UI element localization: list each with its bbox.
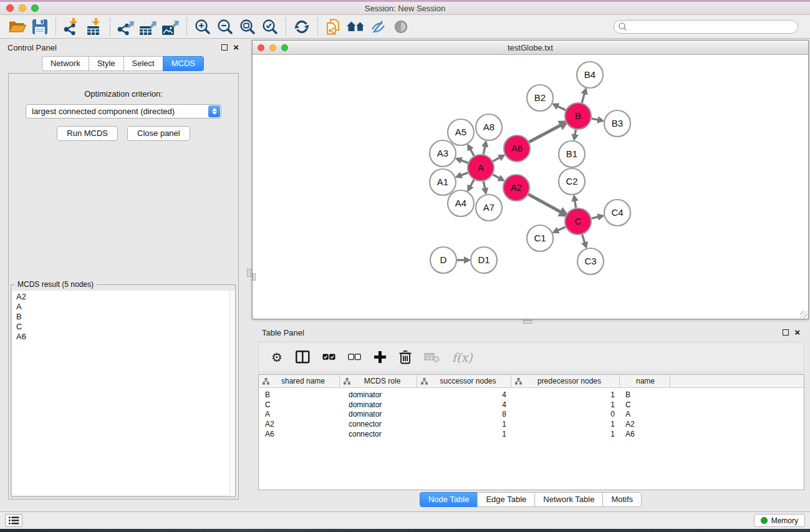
search-input[interactable]	[628, 21, 798, 32]
graph-node-A1[interactable]: A1	[430, 169, 456, 195]
graph-node-B1[interactable]: B1	[559, 141, 585, 167]
select-all-rows-icon[interactable]	[322, 349, 335, 365]
table-cell[interactable]: 1	[511, 400, 620, 410]
open-file-icon[interactable]	[6, 17, 29, 37]
tab-node-table[interactable]: Node Table	[420, 492, 478, 507]
result-item[interactable]: B	[12, 312, 234, 322]
zoom-in-icon[interactable]	[191, 17, 214, 37]
table-cell[interactable]: connector	[340, 420, 417, 430]
result-item[interactable]: A	[12, 302, 234, 312]
network-window-titlebar[interactable]: testGlobe.txt	[253, 41, 808, 55]
graph-node-A5[interactable]: A5	[448, 119, 474, 145]
graph-edge[interactable]	[528, 195, 561, 213]
tab-motifs[interactable]: Motifs	[602, 492, 642, 507]
table-cell[interactable]: 1	[511, 430, 620, 440]
table-row[interactable]: Bdominator41B	[259, 390, 804, 400]
graph-node-B4[interactable]: B4	[577, 62, 603, 88]
table-cell[interactable]: A2	[259, 420, 340, 430]
tab-edge-table[interactable]: Edge Table	[477, 492, 535, 507]
zoom-out-icon[interactable]	[214, 17, 236, 37]
vertical-splitter-grip[interactable]	[247, 269, 251, 277]
graph-edge[interactable]	[461, 173, 468, 175]
graph-node-A7[interactable]: A7	[476, 195, 502, 221]
graph-node-D[interactable]: D	[430, 247, 456, 273]
graph-node-B3[interactable]: B3	[604, 110, 630, 137]
import-table-icon[interactable]	[83, 17, 105, 37]
close-table-panel-icon[interactable]: ×	[794, 329, 800, 336]
search-box[interactable]	[614, 20, 798, 34]
canvas-edge-grip[interactable]	[253, 273, 256, 281]
window-resize-grip[interactable]	[800, 311, 808, 318]
float-table-panel-icon[interactable]	[783, 329, 789, 336]
show-columns-icon[interactable]	[296, 349, 310, 365]
criterion-select[interactable]: largest connected component (directed)	[26, 104, 221, 118]
graph-edge[interactable]	[575, 201, 576, 208]
graph-edge[interactable]	[529, 125, 561, 142]
run-mcds-button[interactable]: Run MCDS	[57, 126, 118, 141]
graph-node-C[interactable]: C	[565, 208, 591, 235]
horizontal-splitter-grip[interactable]	[523, 320, 532, 324]
table-cell[interactable]: A6	[259, 430, 340, 440]
table-cell[interactable]: 1	[511, 420, 620, 430]
table-settings-icon[interactable]: ⚙	[270, 349, 284, 365]
zoom-fit-icon[interactable]	[236, 17, 259, 37]
tab-mcds[interactable]: MCDS	[163, 56, 204, 71]
table-cell[interactable]: dominator	[340, 390, 417, 400]
graph-node-A3[interactable]: A3	[430, 140, 456, 167]
tab-network-table[interactable]: Network Table	[534, 492, 603, 507]
graph-edge[interactable]	[557, 227, 566, 231]
delete-column-icon[interactable]	[398, 349, 412, 365]
table-cell[interactable]: 4	[417, 390, 511, 400]
graph-node-C2[interactable]: C2	[559, 168, 585, 195]
close-panel-button[interactable]: Close panel	[127, 126, 190, 141]
table-cell[interactable]: 4	[417, 400, 511, 410]
result-item[interactable]: A6	[12, 332, 234, 342]
table-cell[interactable]: 0	[511, 410, 620, 420]
graph-node-C4[interactable]: C4	[604, 200, 630, 226]
graph-edge[interactable]	[557, 106, 566, 110]
graph-edge[interactable]	[483, 181, 485, 189]
graph-edge[interactable]	[582, 235, 585, 243]
table-cell[interactable]: dominator	[340, 400, 417, 410]
memory-button[interactable]: Memory	[754, 514, 805, 527]
import-network-icon[interactable]	[60, 17, 83, 37]
graph-node-A6[interactable]: A6	[504, 135, 530, 162]
graph-node-B2[interactable]: B2	[527, 85, 553, 111]
graph-node-A4[interactable]: A4	[448, 190, 474, 216]
column-header-successor-nodes[interactable]: successor nodes	[417, 375, 511, 387]
tab-style[interactable]: Style	[89, 56, 124, 71]
new-network-from-selection-icon[interactable]	[322, 17, 345, 37]
show-all-icon[interactable]	[390, 17, 412, 37]
table-cell[interactable]: 1	[417, 430, 511, 440]
table-cell[interactable]: B	[259, 390, 340, 400]
graph-node-A[interactable]: A	[468, 155, 494, 181]
column-header-mcds-role[interactable]: MCDS role	[340, 375, 417, 387]
zoom-selected-icon[interactable]	[259, 17, 281, 37]
table-cell[interactable]: A	[620, 410, 670, 420]
table-cell[interactable]: 1	[511, 390, 620, 400]
graph-edge[interactable]	[493, 175, 499, 178]
result-item[interactable]: A2	[12, 291, 234, 302]
result-item[interactable]: C	[12, 322, 234, 332]
table-row[interactable]: A6connector11A6	[259, 430, 804, 440]
graph-node-D1[interactable]: D1	[471, 247, 497, 273]
table-cell[interactable]: C	[259, 400, 340, 410]
mcds-result-list[interactable]: A2ABCA6	[12, 291, 234, 495]
graph-node-A2[interactable]: A2	[503, 175, 529, 201]
task-history-button[interactable]	[5, 514, 22, 527]
hide-selected-icon[interactable]	[367, 17, 390, 37]
result-scrollbar[interactable]	[229, 291, 235, 496]
first-neighbors-icon[interactable]	[345, 17, 367, 37]
close-panel-icon[interactable]: ×	[233, 44, 239, 51]
table-cell[interactable]: A2	[620, 420, 670, 430]
save-session-icon[interactable]	[29, 17, 51, 37]
graph-node-A8[interactable]: A8	[476, 114, 502, 140]
graph-edge[interactable]	[592, 118, 599, 120]
table-cell[interactable]: dominator	[340, 410, 417, 420]
table-row[interactable]: A2connector11A2	[259, 420, 804, 430]
table-cell[interactable]: C	[620, 400, 670, 410]
column-header-predecessor-nodes[interactable]: predecessor nodes	[511, 375, 620, 387]
graph-edge[interactable]	[575, 130, 576, 135]
table-row[interactable]: Adominator80A	[259, 410, 804, 420]
graph-edge[interactable]	[470, 180, 474, 186]
